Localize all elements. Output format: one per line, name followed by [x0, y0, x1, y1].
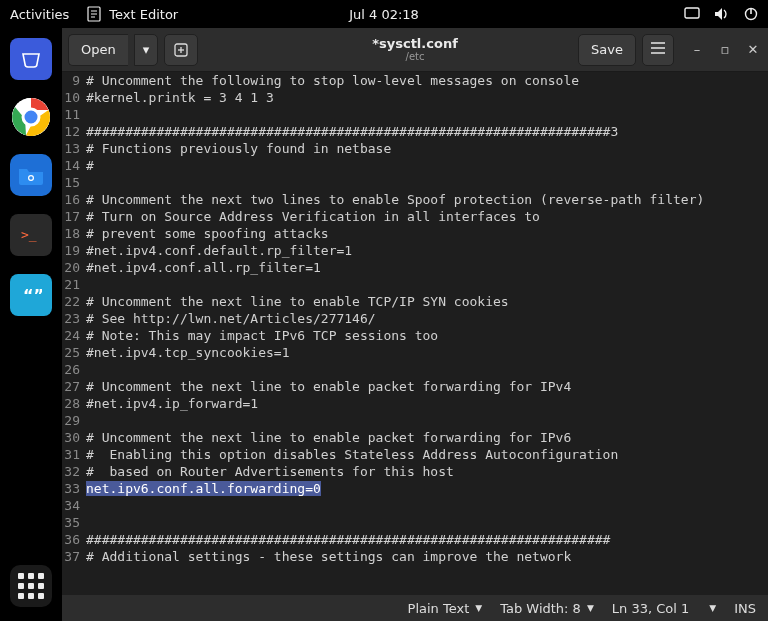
highlight-mode-selector[interactable]: Plain Text▼: [408, 601, 483, 616]
tab-width-selector[interactable]: Tab Width: 8▼: [500, 601, 594, 616]
line-text: ########################################…: [84, 531, 610, 548]
line-text: # based on Router Advertisements for thi…: [84, 463, 454, 480]
code-line[interactable]: 12######################################…: [62, 123, 768, 140]
line-number: 32: [62, 463, 84, 480]
code-line[interactable]: 14#: [62, 157, 768, 174]
code-line[interactable]: 11: [62, 106, 768, 123]
line-number: 31: [62, 446, 84, 463]
line-text: # See http://lwn.net/Articles/277146/: [84, 310, 376, 327]
gnome-top-bar: Activities Text Editor Jul 4 02:18: [0, 0, 768, 28]
code-line[interactable]: 20#net.ipv4.conf.all.rp_filter=1: [62, 259, 768, 276]
dock-app-terminal[interactable]: >_: [10, 214, 52, 256]
line-text: [84, 106, 86, 123]
window-minimize-button[interactable]: –: [688, 41, 706, 59]
line-text: [84, 361, 86, 378]
line-text: #kernel.printk = 3 4 1 3: [84, 89, 274, 106]
code-line[interactable]: 13# Functions previously found in netbas…: [62, 140, 768, 157]
cursor-position[interactable]: Ln 33, Col 1: [612, 601, 689, 616]
screen-icon[interactable]: [684, 7, 700, 21]
code-line[interactable]: 21: [62, 276, 768, 293]
svg-rect-4: [685, 8, 699, 18]
line-number: 30: [62, 429, 84, 446]
code-line[interactable]: 10#kernel.printk = 3 4 1 3: [62, 89, 768, 106]
code-line[interactable]: 15: [62, 174, 768, 191]
line-number: 37: [62, 548, 84, 565]
line-text: # Uncomment the following to stop low-le…: [84, 72, 579, 89]
line-number: 21: [62, 276, 84, 293]
dock-app-files[interactable]: [10, 154, 52, 196]
dock-app-notes[interactable]: “”: [10, 274, 52, 316]
code-line[interactable]: 26: [62, 361, 768, 378]
line-number: 29: [62, 412, 84, 429]
line-text: #net.ipv4.ip_forward=1: [84, 395, 258, 412]
volume-icon[interactable]: [714, 7, 730, 21]
line-number: 33: [62, 480, 84, 497]
line-number: 27: [62, 378, 84, 395]
code-line[interactable]: 23# See http://lwn.net/Articles/277146/: [62, 310, 768, 327]
line-text: # Turn on Source Address Verification in…: [84, 208, 540, 225]
code-line[interactable]: 22# Uncomment the next line to enable TC…: [62, 293, 768, 310]
document-title: *sysctl.conf: [372, 37, 458, 51]
code-line[interactable]: 29: [62, 412, 768, 429]
line-text: ########################################…: [84, 123, 618, 140]
code-line[interactable]: 24# Note: This may impact IPv6 TCP sessi…: [62, 327, 768, 344]
text-editor-menu-icon: [87, 6, 101, 22]
code-line[interactable]: 34: [62, 497, 768, 514]
code-line[interactable]: 9# Uncomment the following to stop low-l…: [62, 72, 768, 89]
code-line[interactable]: 36######################################…: [62, 531, 768, 548]
line-number: 9: [62, 72, 84, 89]
line-text: [84, 497, 86, 514]
hamburger-menu-button[interactable]: [642, 34, 674, 66]
clock[interactable]: Jul 4 02:18: [349, 7, 419, 22]
dock-app-software[interactable]: [10, 38, 52, 80]
svg-text:>_: >_: [21, 227, 37, 242]
line-text: # Uncomment the next line to enable pack…: [84, 378, 571, 395]
line-text: # Enabling this option disables Stateles…: [84, 446, 618, 463]
code-line[interactable]: 19#net.ipv4.conf.default.rp_filter=1: [62, 242, 768, 259]
line-number: 11: [62, 106, 84, 123]
line-number: 35: [62, 514, 84, 531]
code-line[interactable]: 16# Uncomment the next two lines to enab…: [62, 191, 768, 208]
line-text: net.ipv6.conf.all.forwarding=0: [84, 480, 321, 497]
line-number: 23: [62, 310, 84, 327]
text-view[interactable]: 9# Uncomment the following to stop low-l…: [62, 72, 768, 595]
code-line[interactable]: 31# Enabling this option disables Statel…: [62, 446, 768, 463]
current-app-indicator[interactable]: Text Editor: [87, 6, 178, 22]
line-number: 16: [62, 191, 84, 208]
code-line[interactable]: 35: [62, 514, 768, 531]
code-line[interactable]: 33net.ipv6.conf.all.forwarding=0: [62, 480, 768, 497]
code-line[interactable]: 28#net.ipv4.ip_forward=1: [62, 395, 768, 412]
line-number: 13: [62, 140, 84, 157]
code-line[interactable]: 17# Turn on Source Address Verification …: [62, 208, 768, 225]
line-text: #: [84, 157, 94, 174]
line-number: 18: [62, 225, 84, 242]
code-line[interactable]: 30# Uncomment the next line to enable pa…: [62, 429, 768, 446]
window-close-button[interactable]: ✕: [744, 41, 762, 59]
save-button[interactable]: Save: [578, 34, 636, 66]
window-maximize-button[interactable]: ▫: [716, 41, 734, 59]
code-line[interactable]: 37# Additional settings - these settings…: [62, 548, 768, 565]
line-number: 26: [62, 361, 84, 378]
open-button[interactable]: Open: [68, 34, 128, 66]
code-line[interactable]: 32# based on Router Advertisements for t…: [62, 463, 768, 480]
power-icon[interactable]: [744, 7, 758, 21]
dock-app-chrome[interactable]: [12, 98, 50, 136]
code-line[interactable]: 25#net.ipv4.tcp_syncookies=1: [62, 344, 768, 361]
line-number: 15: [62, 174, 84, 191]
gedit-window: Open ▾ *sysctl.conf /etc Save – ▫ ✕ 9# U…: [62, 28, 768, 621]
line-number: 20: [62, 259, 84, 276]
insert-mode-indicator[interactable]: INS: [734, 601, 756, 616]
line-number: 14: [62, 157, 84, 174]
svg-marker-5: [715, 8, 722, 20]
chevron-down-icon: ▾: [143, 42, 150, 57]
activities-button[interactable]: Activities: [10, 7, 69, 22]
line-text: [84, 412, 86, 429]
code-line[interactable]: 18# prevent some spoofing attacks: [62, 225, 768, 242]
show-applications-button[interactable]: [10, 565, 52, 607]
open-recent-dropdown[interactable]: ▾: [134, 34, 159, 66]
line-number: 22: [62, 293, 84, 310]
line-number: 28: [62, 395, 84, 412]
new-tab-button[interactable]: [164, 34, 198, 66]
line-number: 12: [62, 123, 84, 140]
code-line[interactable]: 27# Uncomment the next line to enable pa…: [62, 378, 768, 395]
